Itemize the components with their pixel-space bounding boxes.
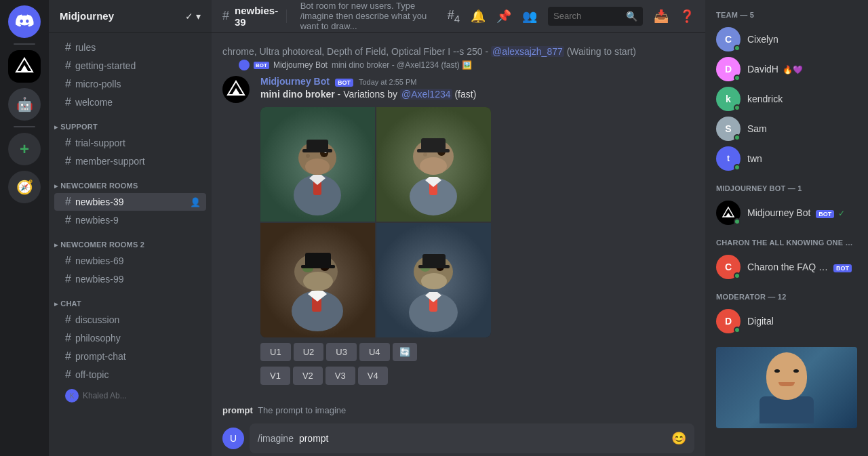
member-name: Digital [747,316,774,327]
member-kendrick[interactable]: k kendrick [716,84,857,114]
video-bg [716,347,857,428]
prompt-label: prompt [222,405,253,415]
bot-badge: BOT [335,79,353,87]
online-status [734,104,741,111]
bot-badge: BOT [816,210,834,218]
bell-icon[interactable]: 🔔 [471,9,486,24]
online-status [734,75,741,81]
member-name: DavidH 🔥💜 [747,64,803,75]
channel-trial-support[interactable]: # trial-support [54,134,206,152]
svg-rect-46 [418,265,450,268]
server-separator [14,43,35,45]
u3-button[interactable]: U3 [326,343,357,361]
u4-button[interactable]: U4 [359,343,390,361]
channel-newbies-39[interactable]: # newbies-39 👤 [54,193,206,211]
u2-button[interactable]: U2 [294,343,324,361]
online-status [734,45,741,51]
channel-newbies-99[interactable]: # newbies-99 [54,270,206,288]
category-arrow-icon: ▸ [54,123,58,131]
member-charon[interactable]: C Charon the FAQ … BOT [716,252,857,282]
pin-icon[interactable]: 📌 [496,9,511,24]
add-server-icon[interactable]: + [8,133,41,165]
v1-button[interactable]: V1 [260,367,290,385]
input-area: U /imagine 😊 [212,421,705,456]
hash-icon: # [65,369,71,381]
explore-icon[interactable]: 🧭 [8,171,41,203]
channel-rules[interactable]: # rules [54,39,206,56]
v2-button[interactable]: V2 [293,367,323,385]
thread-icon[interactable]: #4 [448,8,460,24]
category-chat[interactable]: ▸ CHAT [49,289,212,310]
member-sam[interactable]: S Sam [716,114,857,144]
channel-khaled[interactable]: K Khaled Ab... [54,386,206,405]
hash-icon: # [65,214,71,226]
channel-prompt-chat[interactable]: # prompt-chat [54,348,206,365]
channel-header-name: newbies-39 [235,5,278,28]
image-cell-3[interactable] [260,223,375,337]
dino-text: mini dino broker [260,89,335,100]
message-input[interactable] [299,433,666,444]
ref-avatar [239,60,250,70]
ref-text: mini dino broker - @Axel1234 (fast) 🖼️ [332,60,472,70]
emoji-icon[interactable]: 😊 [671,431,686,446]
message-content: Midjourney Bot BOT Today at 2:55 PM mini… [260,76,694,385]
refresh-button[interactable]: 🔄 [393,343,417,361]
category-arrow-icon: ▸ [54,300,58,308]
category-support[interactable]: ▸ SUPPORT [49,112,212,133]
v4-button[interactable]: V4 [358,367,388,385]
bot-badge: BOT [833,264,852,272]
discord-icon[interactable] [8,5,41,38]
category-newcomer-rooms[interactable]: ▸ NEWCOMER ROOMS [49,171,212,192]
help-icon[interactable]: ❓ [679,9,694,24]
server-separator-2 [14,126,35,127]
u1-button[interactable]: U1 [260,343,291,361]
messages-area: chrome, Ultra photoreal, Depth of Field,… [212,33,705,400]
member-avatar: D [716,57,741,81]
prev-mention: @alexsajzh_877 [491,46,564,57]
midjourney-bot-section: MIDJOURNEY BOT — 1 Midjourney Bot BOT ✓ [716,184,857,228]
image-cell-1[interactable] [260,107,375,222]
member-twn[interactable]: t twn [716,144,857,173]
member-avatar: t [716,146,741,171]
bot-server-icon[interactable]: 🤖 [8,88,41,121]
server-header[interactable]: Midjourney ✓ ▾ [49,0,212,33]
channel-philosophy[interactable]: # philosophy [54,329,206,347]
online-status [734,327,741,333]
channel-newbies-9[interactable]: # newbies-9 [54,211,206,229]
channel-newbies-69[interactable]: # newbies-69 [54,252,206,270]
search-box[interactable]: 🔍 [548,7,643,26]
channel-getting-started[interactable]: # getting-started [54,57,206,75]
category-newcomer-rooms-2[interactable]: ▸ NEWCOMER ROOMS 2 [49,230,212,251]
channel-list: # rules # getting-started # micro-polls … [49,33,212,456]
member-davidh[interactable]: D DavidH 🔥💜 [716,54,857,84]
channel-discussion[interactable]: # discussion [54,311,206,329]
inbox-icon[interactable]: 📥 [654,9,669,24]
team-heading: TEAM — 5 [716,11,857,19]
channel-micro-polls[interactable]: # micro-polls [54,75,206,93]
search-input[interactable] [553,11,620,21]
member-digital[interactable]: D Digital [716,306,857,336]
member-avatar: S [716,117,741,141]
member-name: Sam [747,123,767,134]
member-midjourney-bot[interactable]: Midjourney Bot BOT ✓ [716,198,857,228]
prompt-info: prompt The prompt to imagine [212,400,705,421]
hash-icon: # [65,78,71,90]
image-cell-4[interactable] [376,223,491,337]
message-input-box[interactable]: /imagine 😊 [250,423,694,453]
member-cixelyn[interactable]: C Cixelyn [716,24,857,54]
svg-rect-11 [302,149,332,152]
online-status [734,218,741,225]
members-icon[interactable]: 👥 [522,9,537,24]
hash-icon: # [65,137,71,149]
image-cell-2[interactable] [376,107,491,222]
v3-button[interactable]: V3 [326,367,355,385]
video-shirt [760,396,814,423]
right-sidebar: TEAM — 5 C Cixelyn D DavidH 🔥💜 k kendr [705,0,868,456]
channel-welcome[interactable]: # welcome [54,94,206,111]
user-avatar: U [222,428,244,449]
channel-member-support[interactable]: # member-support [54,152,206,170]
channel-off-topic[interactable]: # off-topic [54,366,206,384]
online-status [734,134,741,141]
message-text: mini dino broker - Variations by @Axel12… [260,88,694,102]
midjourney-server-icon[interactable] [8,50,41,83]
